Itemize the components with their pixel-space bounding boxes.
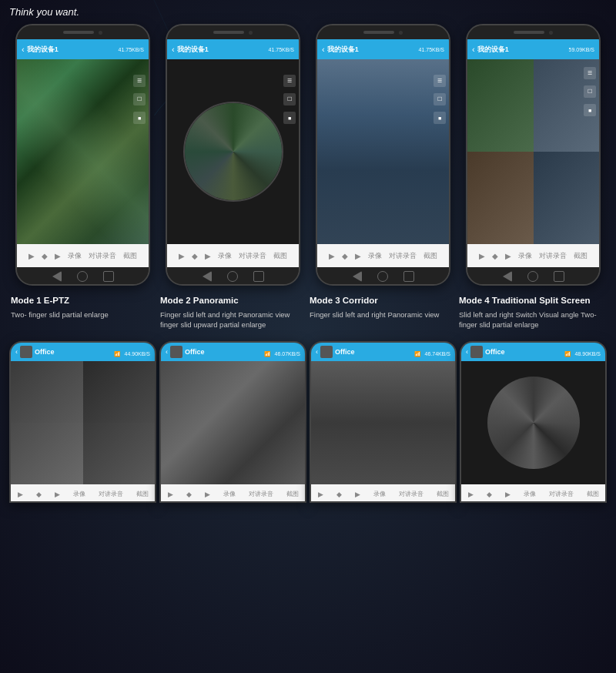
phone-2-ctrl-3[interactable]: ▶ [205,252,211,260]
bphone-1-controls: ▶ ◆ ▶ 录像 对讲录音 截图 [11,484,155,503]
phone-2-side-2[interactable]: ☐ [283,93,296,105]
ctrl-mic[interactable]: ◆ [42,252,48,260]
phone-2-camera [249,31,253,35]
bphone-2-ctrl-1[interactable]: ▶ [168,491,173,498]
bphone-2-screen[interactable] [161,361,305,484]
bphone-1-thumb [20,346,32,358]
phone-4-back-icon[interactable]: ‹ [472,45,475,54]
phone-1-screen[interactable]: ☰ ☐ ■ [17,59,149,244]
bphone-4-screen[interactable] [461,361,605,484]
phone-2-nav-back[interactable] [203,271,212,282]
bphone-4-speed: 48.90KB/S [575,351,601,357]
bphone-1-lbl1: 录像 [73,490,85,498]
nav-recent[interactable] [103,271,114,282]
tagline: Think you want. [9,6,607,18]
phone-2-side-3[interactable]: ■ [283,112,296,124]
bphone-1-right: 📶 44.90KB/S [114,345,150,359]
side-icon-1[interactable]: ☰ [133,75,146,87]
bq-1-br [83,423,156,484]
bphone-1-ctrl-1[interactable]: ▶ [18,491,23,498]
bphone-1-back[interactable]: ‹ [15,348,18,356]
bphone-4-ctrl-3[interactable]: ▶ [505,491,511,498]
bphone-3-screen[interactable] [311,361,455,484]
mode-desc-4: Mode 4 Traditional Split Screen Slid lef… [459,295,605,330]
bphone-1-speed: 44.90KB/S [125,351,150,357]
phone-3-back-icon[interactable]: ‹ [322,45,325,54]
phone-4-side-1[interactable]: ☰ [584,67,596,79]
phone-4-lbl2: 对讲录音 [539,251,567,261]
bphone-3-ctrl-1[interactable]: ▶ [318,491,323,498]
bphone-2-ctrl-2[interactable]: ◆ [186,491,192,498]
phone-2-nav-home[interactable] [227,271,238,282]
bphone-3-thumb [320,346,333,358]
wifi-1-icon: 📶 [114,351,121,357]
bphone-4: ‹ Office 📶 48.90KB/S ▶ ◆ ▶ 录像 对讲录音 [460,341,607,503]
phone-4: ‹ 我的设备1 59.09KB/S ☰ ☐ ■ [466,24,601,286]
mode-desc-3: Mode 3 Corridor Finger slid left and rig… [310,295,456,330]
bphone-1-ctrl-2[interactable]: ◆ [36,491,42,498]
bphone-4-back[interactable]: ‹ [466,348,468,356]
wifi-3-icon: 📶 [414,351,421,357]
phone-2-status: ‹ 我的设备1 41.75KB/S [167,39,299,59]
phone-4-ctrl-2[interactable]: ◆ [492,252,498,260]
phones-top-row: ‹ 我的设备1 41.75KB/S ☰ ☐ ■ ▶ [9,24,607,286]
phone-4-ctrl-1[interactable]: ▶ [479,252,485,260]
phone-3-status: ‹ 我的设备1 41.75KB/S [317,39,449,59]
bphone-1-screen[interactable] [11,361,155,484]
phone-3-side-1[interactable]: ☰ [434,75,446,87]
nav-back[interactable] [52,271,62,282]
phone-3-side-3[interactable]: ■ [434,112,446,124]
side-icon-3[interactable]: ■ [133,112,146,124]
mode-4-text: Slid left and right Switch Visual angle … [459,310,605,330]
phone-4-side-2[interactable]: ☐ [584,85,596,98]
phone-3-nav-recent[interactable] [403,271,414,282]
phone-4-nav-back[interactable] [503,271,512,282]
side-icon-2[interactable]: ☐ [133,93,146,105]
bscreen-3-view [311,361,455,484]
bphone-3-back[interactable]: ‹ [316,348,318,356]
bq-1-tr [83,361,156,423]
bphone-4-ctrl-2[interactable]: ◆ [487,491,492,498]
phone-4-ctrl-3[interactable]: ▶ [505,252,511,260]
bphone-1-ctrl-3[interactable]: ▶ [55,491,60,498]
phone-2-ctrl-2[interactable]: ◆ [192,252,198,260]
phone-1-speaker [63,31,94,34]
back-arrow-icon[interactable]: ‹ [22,45,25,54]
mode-desc-1: Mode 1 E-PTZ Two- finger slid partial en… [11,295,157,330]
ctrl-camera[interactable]: ▶ [55,252,61,260]
ctrl-playback[interactable]: ▶ [28,252,35,260]
phone-2-side-1[interactable]: ☰ [283,75,296,87]
bphone-4-ctrl-1[interactable]: ▶ [468,491,474,498]
phone-4-nav-home[interactable] [527,271,538,282]
phone-4-screen[interactable]: ☰ ☐ ■ [467,59,599,244]
phone-2-nav-recent[interactable] [253,271,264,282]
phones-bottom-row: ‹ Office 📶 44.90KB/S ▶ ◆ [9,341,607,503]
phone-2-ctrl-1[interactable]: ▶ [179,252,185,260]
bphone-4-thumb [470,346,483,358]
phone-2-screen[interactable]: ☰ ☐ ■ [167,59,299,244]
phone-3-nav-back[interactable] [353,271,362,282]
phone-3-nav-home[interactable] [377,271,388,282]
mode-3-title: Mode 3 Corridor [310,295,456,306]
bphone-2-left: ‹ Office [166,346,205,358]
bphone-2-back[interactable]: ‹ [166,348,168,356]
phone-2-back-icon[interactable]: ‹ [172,45,175,54]
phone-3-top [317,25,449,39]
bphone-3-ctrl-3[interactable]: ▶ [355,491,360,498]
phone-3-ctrl-3[interactable]: ▶ [355,252,361,260]
phone-3-screen[interactable]: ☰ ☐ ■ [317,59,449,244]
bphone-2-ctrl-3[interactable]: ▶ [205,491,210,498]
bphone-3-ctrl-2[interactable]: ◆ [336,491,342,498]
bphone-2-speed: 46.07KB/S [275,351,300,357]
phone-3-side-2[interactable]: ☐ [434,93,446,105]
phone-3-status-left: ‹ 我的设备1 [322,45,359,55]
ctrl-label1: 录像 [68,251,82,261]
nav-home[interactable] [77,271,88,282]
bphone-4-lbl1: 录像 [524,490,536,498]
phone-4-nav-recent[interactable] [554,271,564,282]
phone-3-ctrl-2[interactable]: ◆ [342,252,348,260]
phone-4-top [467,25,599,39]
phone-2-controls: ▶ ◆ ▶ 录像 对讲录音 截图 [167,244,299,267]
phone-3-ctrl-1[interactable]: ▶ [329,252,335,260]
phone-4-side-3[interactable]: ■ [584,104,596,116]
